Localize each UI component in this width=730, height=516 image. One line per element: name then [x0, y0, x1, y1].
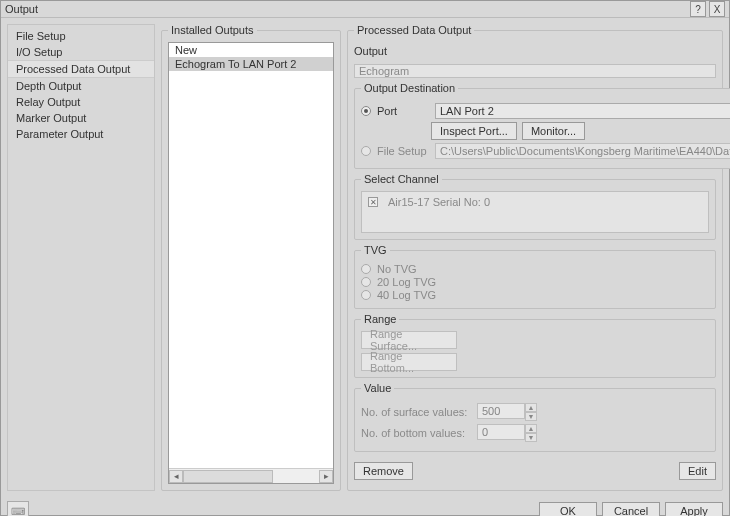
tvg-radio-no[interactable] [361, 264, 371, 274]
port-label: Port [377, 105, 429, 117]
category-sidebar: File Setup I/O Setup Processed Data Outp… [7, 24, 155, 491]
scroll-left-icon[interactable]: ◂ [169, 470, 183, 483]
processed-data-output-group: Processed Data Output Output Echogram Ou… [347, 24, 723, 491]
sidebar-item-file-setup[interactable]: File Setup [8, 28, 154, 44]
channel-list: ✕ Air15-17 Serial No: 0 [361, 191, 709, 233]
bottom-values-spinner[interactable]: 0 ▲▼ [477, 424, 537, 442]
port-buttons-row: Inspect Port... Monitor... [361, 122, 730, 140]
bottom-values-input[interactable]: 0 [477, 424, 525, 440]
bottom-values-row: No. of bottom values: 0 ▲▼ [361, 424, 709, 442]
tvg-opt-2[interactable]: 40 Log TVG [361, 289, 709, 301]
keyboard-button[interactable]: ⌨ [7, 501, 29, 516]
sidebar-item-marker-output[interactable]: Marker Output [8, 110, 154, 126]
apply-button[interactable]: Apply [665, 502, 723, 516]
installed-outputs-list[interactable]: New Echogram To LAN Port 2 ◂ ▸ [168, 42, 334, 484]
channel-legend: Select Channel [361, 173, 442, 185]
tvg-label-no: No TVG [377, 263, 417, 275]
spinner-up-icon[interactable]: ▲ [525, 424, 537, 433]
file-setup-label: File Setup [377, 145, 429, 157]
tvg-opt-0[interactable]: No TVG [361, 263, 709, 275]
spinner-down-icon[interactable]: ▼ [525, 433, 537, 442]
bottom-values-label: No. of bottom values: [361, 427, 471, 439]
help-button[interactable]: ? [690, 1, 706, 17]
range-bottom-button[interactable]: Range Bottom... [361, 353, 457, 371]
scroll-thumb[interactable] [183, 470, 273, 483]
spinner-up-icon[interactable]: ▲ [525, 403, 537, 412]
dialog-footer: ⌨ OK Cancel Apply [7, 497, 723, 516]
tvg-label-20: 20 Log TVG [377, 276, 436, 288]
channel-item-0[interactable]: ✕ Air15-17 Serial No: 0 [368, 196, 702, 208]
tvg-opt-1[interactable]: 20 Log TVG [361, 276, 709, 288]
file-setup-row: File Setup C:\Users\Public\Documents\Kon… [361, 143, 730, 159]
surface-values-spinner[interactable]: 500 ▲▼ [477, 403, 537, 421]
footer-buttons: OK Cancel Apply [539, 502, 723, 516]
channel-checkbox[interactable]: ✕ [368, 197, 378, 207]
dest-legend: Output Destination [361, 82, 458, 94]
port-row: Port LAN Port 2 [361, 103, 730, 119]
port-radio[interactable] [361, 106, 371, 116]
installed-outputs-group: Installed Outputs New Echogram To LAN Po… [161, 24, 341, 491]
keyboard-icon: ⌨ [11, 506, 25, 517]
surface-values-label: No. of surface values: [361, 406, 471, 418]
sidebar-item-processed-data-output[interactable]: Processed Data Output [8, 60, 154, 78]
tvg-legend: TVG [361, 244, 390, 256]
output-destination-group: Output Destination Port LAN Port 2 Inspe… [354, 82, 730, 169]
edit-button[interactable]: Edit [679, 462, 716, 480]
value-legend: Value [361, 382, 394, 394]
port-select[interactable]: LAN Port 2 [435, 103, 730, 119]
monitor-button[interactable]: Monitor... [522, 122, 585, 140]
remove-button[interactable]: Remove [354, 462, 413, 480]
sidebar-item-parameter-output[interactable]: Parameter Output [8, 126, 154, 142]
tvg-label-40: 40 Log TVG [377, 289, 436, 301]
range-legend: Range [361, 313, 399, 325]
content-area: File Setup I/O Setup Processed Data Outp… [1, 18, 729, 516]
surface-values-input[interactable]: 500 [477, 403, 525, 419]
installed-hscrollbar[interactable]: ◂ ▸ [169, 468, 333, 483]
range-group: Range Range Surface... Range Bottom... [354, 313, 716, 378]
output-dialog: Output ? X File Setup I/O Setup Processe… [0, 0, 730, 516]
sidebar-item-relay-output[interactable]: Relay Output [8, 94, 154, 110]
range-surface-button[interactable]: Range Surface... [361, 331, 457, 349]
tvg-radio-40[interactable] [361, 290, 371, 300]
cancel-button[interactable]: Cancel [602, 502, 660, 516]
file-setup-radio[interactable] [361, 146, 371, 156]
channel-label: Air15-17 Serial No: 0 [388, 196, 490, 208]
tvg-radio-20[interactable] [361, 277, 371, 287]
window-title: Output [5, 3, 687, 15]
close-button[interactable]: X [709, 1, 725, 17]
value-group: Value No. of surface values: 500 ▲▼ No. … [354, 382, 716, 452]
sidebar-item-io-setup[interactable]: I/O Setup [8, 44, 154, 60]
body-row: File Setup I/O Setup Processed Data Outp… [7, 24, 723, 491]
output-label: Output [354, 45, 394, 57]
remove-edit-row: Remove Edit [354, 462, 716, 480]
output-row: Output [354, 45, 716, 57]
list-item-echogram-lan2[interactable]: Echogram To LAN Port 2 [169, 57, 333, 71]
processed-legend: Processed Data Output [354, 24, 474, 36]
tvg-group: TVG No TVG 20 Log TVG 40 Log TVG [354, 244, 716, 309]
select-channel-group: Select Channel ✕ Air15-17 Serial No: 0 [354, 173, 716, 240]
output-value: Echogram [354, 64, 716, 78]
scroll-track[interactable] [183, 470, 319, 483]
surface-values-row: No. of surface values: 500 ▲▼ [361, 403, 709, 421]
spinner-down-icon[interactable]: ▼ [525, 412, 537, 421]
port-select-value: LAN Port 2 [440, 105, 494, 117]
list-item-new[interactable]: New [169, 43, 333, 57]
sidebar-item-depth-output[interactable]: Depth Output [8, 78, 154, 94]
inspect-port-button[interactable]: Inspect Port... [431, 122, 517, 140]
installed-outputs-legend: Installed Outputs [168, 24, 257, 36]
scroll-right-icon[interactable]: ▸ [319, 470, 333, 483]
ok-button[interactable]: OK [539, 502, 597, 516]
titlebar: Output ? X [1, 1, 729, 18]
file-setup-value: C:\Users\Public\Documents\Kongsberg Mari… [435, 143, 730, 159]
